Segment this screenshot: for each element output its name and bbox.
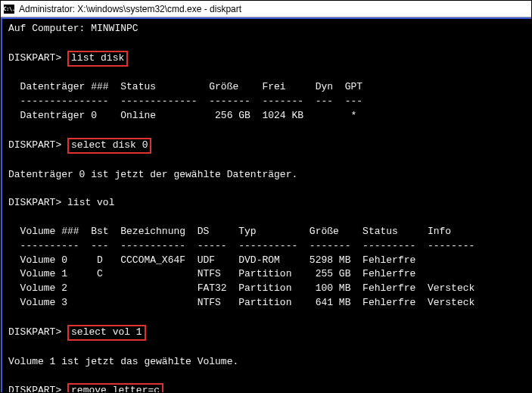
prompt: DISKPART> — [8, 139, 61, 151]
cmd-select-disk-0: select disk 0 — [67, 138, 151, 154]
line-computer: Auf Computer: MINWINPC — [8, 23, 138, 34]
cmd-remove-letter-c: remove letter=c — [67, 383, 163, 392]
vol-table-header: Volume ### Bst Bezeichnung DS Typ Größe … — [8, 226, 451, 237]
disk-row-0: Datenträger 0 Online 256 GB 1024 KB * — [8, 110, 356, 121]
cmd-window: C:\. Administrator: X:\windows\system32\… — [0, 0, 532, 393]
titlebar-text: Administrator: X:\windows\system32\cmd.e… — [19, 4, 241, 14]
msg-disk-selected: Datenträger 0 ist jetzt der gewählte Dat… — [8, 169, 297, 180]
disk-table-divider: --------------- ------------- ------- --… — [8, 95, 362, 107]
cmd-list-vol: list vol — [67, 197, 114, 208]
vol-row-0: Volume 0 D CCCOMA_X64F UDF DVD-ROM 5298 … — [8, 254, 415, 266]
cmd-select-vol-1: select vol 1 — [67, 325, 146, 341]
disk-table-header: Datenträger ### Status Größe Frei Dyn GP… — [8, 81, 362, 92]
vol-row-1: Volume 1 C NTFS Partition 255 GB Fehlerf… — [8, 268, 415, 279]
prompt: DISKPART> — [8, 326, 61, 338]
vol-row-3: Volume 3 NTFS Partition 641 MB Fehlerfre… — [8, 297, 474, 308]
cmd-list-disk: list disk — [67, 51, 128, 67]
vol-row-2: Volume 2 FAT32 Partition 100 MB Fehlerfr… — [8, 282, 474, 294]
vol-table-divider: ---------- --- ----------- ----- -------… — [8, 240, 474, 251]
terminal-output[interactable]: Auf Computer: MINWINPC DISKPART> list di… — [1, 17, 531, 392]
titlebar[interactable]: C:\. Administrator: X:\windows\system32\… — [1, 1, 531, 17]
prompt: DISKPART> — [8, 197, 61, 208]
cmd-icon: C:\. — [4, 5, 14, 14]
prompt: DISKPART> — [8, 52, 61, 64]
msg-vol-selected: Volume 1 ist jetzt das gewählte Volume. — [8, 356, 238, 367]
prompt: DISKPART> — [8, 385, 61, 392]
